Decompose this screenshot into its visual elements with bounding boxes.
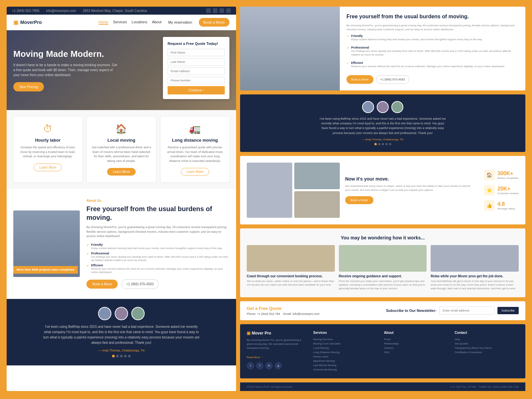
hourly-icon: ⏱ <box>18 123 77 134</box>
about-content: About Us Free yourself from the usual bu… <box>86 199 229 289</box>
footer-logo: ▣ Mover Pro <box>247 331 307 335</box>
social-google[interactable] <box>226 8 231 13</box>
footer-press[interactable]: Press <box>384 337 448 341</box>
avatar-1 <box>98 307 111 320</box>
hero-cta-button[interactable]: See Pricing <box>13 82 44 91</box>
quote-title: Get a Free Quote <box>247 306 379 311</box>
footer-longdist-moving[interactable]: Long Distance Moving <box>313 350 377 354</box>
book-move-button[interactable]: Book a Move <box>199 18 229 27</box>
nav-services[interactable]: Services <box>113 20 127 25</box>
footer-commercial[interactable]: Commercial Moving <box>313 367 377 372</box>
service-longdist-btn[interactable]: Learn More <box>181 168 209 176</box>
stat-rating-label: Average rating <box>497 207 515 210</box>
footer-local-moving[interactable]: Local Moving <box>313 346 377 350</box>
service-hourly-title: Hourly labor <box>18 138 77 143</box>
service-hourly-btn[interactable]: Learn More <box>34 164 62 171</box>
footer-hourly-labor[interactable]: Hourly Labor <box>313 354 377 359</box>
footer-social-linkedin[interactable]: in <box>265 362 273 369</box>
about-ctas: Book a Move +1 (866) 970-4583 <box>86 279 229 289</box>
footer-read-more[interactable]: Read More → <box>247 356 263 359</box>
footer-bottom: ©2022 Mover Pro®. All rights reserved U.… <box>240 382 525 391</box>
testimonials-avatars <box>13 307 229 320</box>
testimonials-right: I've been using BellHop since 2015 and h… <box>240 94 525 152</box>
footer-moving-services[interactable]: Moving Services <box>313 337 377 341</box>
check-icon-3: ✓ <box>346 61 349 65</box>
nav-about[interactable]: About <box>152 20 162 25</box>
footer-cert[interactable]: Certificate of Insurance <box>455 350 519 354</box>
last-name-input[interactable] <box>168 58 225 66</box>
footer-partnerships[interactable]: Partnerships <box>384 341 448 346</box>
step-1-title: Coast through our convenient booking pro… <box>247 274 335 278</box>
footer-transparency[interactable]: Transparency About Your Move <box>455 346 519 350</box>
form-continue-button[interactable]: Continue › <box>168 86 225 94</box>
your-move-section: Now it's your move. We understand that e… <box>240 156 525 224</box>
step-3-desc: Your lead BellHop will get in touch on t… <box>431 279 519 291</box>
avatar-2 <box>115 307 128 320</box>
service-local-btn[interactable]: Learn More <box>107 168 135 176</box>
footer-brand: ▣ Mover Pro By choosing Mover Pro, you'r… <box>247 331 307 372</box>
social-linkedin[interactable] <box>219 8 224 13</box>
friendly-name: FriendlyEnjoy custom-tailored moving hel… <box>91 243 222 250</box>
tdot-2 <box>378 143 380 145</box>
footer-faq[interactable]: FAQ <box>384 350 448 354</box>
social-twitter[interactable] <box>206 8 211 13</box>
how-steps: Coast through our convenient booking pro… <box>247 245 519 291</box>
your-move-content: Now it's your move. We understand that e… <box>345 176 475 204</box>
footer-contact-list: Help Get Quotes Transparency About Your … <box>455 337 519 354</box>
feature-friendly-text: Friendly Enjoy custom-tailored moving he… <box>351 34 482 44</box>
about-book-btn[interactable]: Book a Move <box>86 280 118 289</box>
topbar: +1 (844) 502-7856 info@moverpro.com 2953… <box>7 7 236 15</box>
step-image-1 <box>247 245 335 272</box>
step-2-title: Receive ongoing guidance and support. <box>339 274 427 278</box>
footer-lastmin-moving[interactable]: Last Minute Moving <box>313 363 377 367</box>
right-panel: About Us Free yourself from the usual bu… <box>240 7 525 391</box>
right-book-btn[interactable]: Book a Move <box>346 75 373 84</box>
right-phone-btn[interactable]: +1 (866) 970-4583 <box>376 75 409 84</box>
stat-icon-3: 👍 <box>484 200 495 211</box>
nav-home[interactable]: Home <box>98 20 108 25</box>
step-1-desc: Tell us what you need—either online or o… <box>247 279 335 287</box>
footer-careers[interactable]: Careers <box>384 346 448 350</box>
newsletter: Subscribe to Our Newsletter: Subscribe <box>386 307 519 315</box>
newsletter-input[interactable] <box>439 307 495 315</box>
about-desc: By choosing MoverPro, you're guaranteein… <box>86 225 229 239</box>
footer-help[interactable]: Help <box>455 337 519 341</box>
footer-get-quotes[interactable]: Get Quotes <box>455 341 519 346</box>
social-facebook[interactable] <box>213 8 217 13</box>
footer-cost-calc[interactable]: Moving Cost Calculator <box>313 341 377 346</box>
footer-apt-moving[interactable]: Apartment Moving <box>313 359 377 363</box>
my-reservation[interactable]: My reservation <box>168 20 192 24</box>
local-icon: 🏠 <box>91 123 151 134</box>
stat-reviews-num: 20K+ <box>497 186 519 192</box>
footer-logo-icon: ▣ <box>247 331 250 335</box>
footer-social-twitter[interactable]: t <box>247 362 254 369</box>
nav-locations[interactable]: Locations <box>132 20 147 25</box>
move-img-2 <box>294 163 340 189</box>
stat-reviews-label: Customer reviews <box>497 192 519 195</box>
service-longdist-title: Long distance moving <box>165 138 225 143</box>
footer-col-about: About Press Partnerships Careers FAQ <box>384 331 448 372</box>
phone-input[interactable] <box>168 77 225 84</box>
tdot-5 <box>389 143 391 145</box>
about-phone-btn[interactable]: +1 (866) 970-4583 <box>121 279 159 289</box>
stat-moves-num: 300K+ <box>497 171 518 177</box>
test-dots <box>247 143 519 145</box>
services-section: ⏱ Hourly labor Increase the speed and ef… <box>7 110 236 189</box>
footer-social-facebook[interactable]: f <box>256 362 263 369</box>
brand-logo[interactable]: ▣ MoverPro <box>13 19 42 26</box>
footer-socials: t f in g <box>247 362 307 369</box>
footer-social-google[interactable]: g <box>275 362 282 369</box>
feature-efficient-right: ✓ Efficient Reserve your service without… <box>346 61 519 71</box>
about-badge: More than 300k projects were completed <box>13 266 78 274</box>
newsletter-btn[interactable]: Subscribe <box>497 307 519 314</box>
first-name-input[interactable] <box>168 49 225 56</box>
step-2-desc: From the moment you make your reservatio… <box>339 279 427 291</box>
email-input[interactable] <box>168 67 225 75</box>
service-longdist-desc: Receive a guaranteed quote with precise … <box>165 145 225 163</box>
service-hourly-desc: Increase the speed and efficiency of you… <box>18 145 77 159</box>
service-card-hourly: ⏱ Hourly labor Increase the speed and ef… <box>13 117 82 182</box>
stat-moves-text: 300K+ Moves completed <box>497 171 518 180</box>
your-move-book-btn[interactable]: Book a Move <box>345 196 373 204</box>
right-ctas: Book a Move +1 (866) 970-4583 <box>346 75 519 84</box>
stat-rating-text: 4.8 Average rating <box>497 201 515 210</box>
